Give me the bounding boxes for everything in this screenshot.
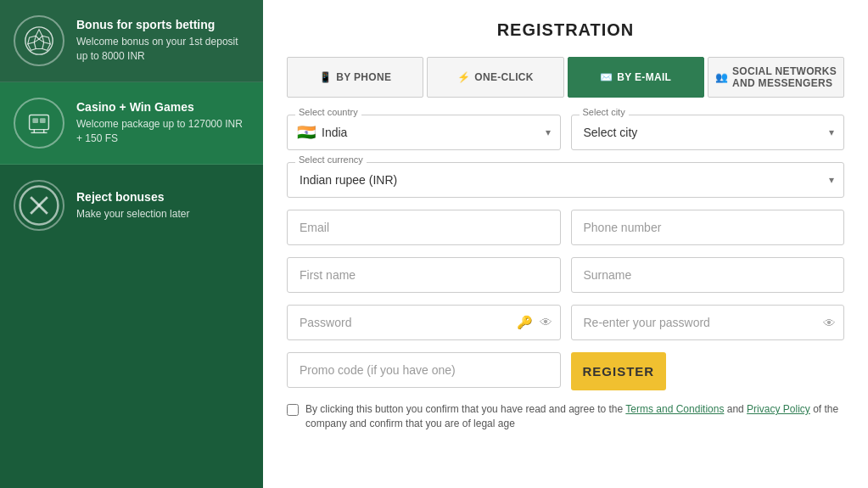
- email-input[interactable]: [287, 210, 561, 245]
- password-group: 🔑 👁: [287, 305, 561, 340]
- country-group: Select country 🇮🇳 India ▾: [287, 115, 561, 150]
- sidebar: Bonus for sports betting Welcome bonus o…: [0, 0, 263, 488]
- reject-card[interactable]: Reject bonuses Make your selection later: [0, 165, 263, 246]
- tab-email-label: BY E-MAIL: [617, 71, 671, 83]
- email-icon: ✉️: [600, 71, 613, 83]
- bonus-sports-card[interactable]: Bonus for sports betting Welcome bonus o…: [0, 0, 263, 82]
- reject-title: Reject bonuses: [76, 190, 189, 204]
- lightning-icon: ⚡: [457, 71, 470, 83]
- terms-row: By clicking this button you confirm that…: [287, 402, 844, 431]
- promo-group: [287, 352, 561, 390]
- bonus-sports-text: Bonus for sports betting Welcome bonus o…: [76, 18, 249, 64]
- registration-tabs: 📱 BY PHONE ⚡ ONE-CLICK ✉️ BY E-MAIL 👥 SO…: [287, 57, 844, 98]
- sports-icon: [14, 15, 64, 66]
- terms-link[interactable]: Terms and Conditions: [625, 403, 724, 415]
- casino-icon: [14, 98, 64, 149]
- repassword-input[interactable]: [571, 305, 845, 340]
- tab-by-phone[interactable]: 📱 BY PHONE: [287, 57, 423, 98]
- name-row: [287, 257, 844, 293]
- password-icons: 🔑 👁: [517, 315, 552, 330]
- email-phone-row: [287, 210, 844, 245]
- currency-group: Select currency Indian rupee (INR) ▾: [287, 162, 844, 198]
- register-button[interactable]: REGISTER: [571, 352, 667, 390]
- svg-rect-2: [32, 118, 38, 123]
- currency-label: Select currency: [295, 154, 367, 165]
- firstname-group: [287, 257, 561, 293]
- key-icon: 🔑: [517, 315, 533, 330]
- bonus-sports-desc: Welcome bonus on your 1st deposit up to …: [76, 35, 249, 64]
- terms-checkbox[interactable]: [287, 404, 299, 416]
- terms-mid: and: [727, 403, 747, 415]
- reject-text: Reject bonuses Make your selection later: [76, 190, 189, 222]
- bonus-sports-title: Bonus for sports betting: [76, 18, 249, 31]
- surname-input[interactable]: [571, 257, 845, 293]
- reject-desc: Make your selection later: [76, 207, 189, 222]
- surname-group: [571, 257, 845, 293]
- city-select-wrapper: Select city ▾: [571, 115, 845, 150]
- page-title: REGISTRATION: [287, 20, 844, 40]
- country-select-wrapper: 🇮🇳 India ▾: [287, 115, 561, 150]
- currency-select[interactable]: Indian rupee (INR): [287, 162, 844, 198]
- tab-social[interactable]: 👥 SOCIAL NETWORKS AND MESSENGERS: [708, 57, 844, 98]
- main-content: REGISTRATION 📱 BY PHONE ⚡ ONE-CLICK ✉️ B…: [263, 0, 868, 488]
- password-wrapper: 🔑 👁: [287, 305, 561, 340]
- firstname-input[interactable]: [287, 257, 561, 293]
- tab-oneclick-label: ONE-CLICK: [474, 71, 533, 83]
- reject-icon: [14, 180, 64, 231]
- promo-register-row: REGISTER: [287, 352, 844, 390]
- city-label: Select city: [580, 107, 629, 117]
- phone-group: [571, 210, 845, 245]
- city-group: Select city Select city ▾: [571, 115, 845, 150]
- phone-input[interactable]: [571, 210, 845, 245]
- currency-select-wrapper: Indian rupee (INR) ▾: [287, 162, 844, 198]
- svg-rect-3: [40, 118, 46, 123]
- tab-phone-label: BY PHONE: [336, 71, 391, 83]
- promo-input[interactable]: [287, 352, 561, 388]
- phone-icon: 📱: [319, 71, 332, 83]
- terms-before: By clicking this button you confirm that…: [305, 403, 625, 415]
- svg-rect-1: [30, 115, 49, 130]
- terms-text: By clicking this button you confirm that…: [305, 402, 844, 431]
- password-row: 🔑 👁 👁: [287, 305, 844, 340]
- bonus-casino-text: Casino + Win Games Welcome package up to…: [76, 100, 249, 146]
- svg-point-0: [25, 27, 53, 54]
- register-group: REGISTER: [571, 352, 845, 390]
- email-group: [287, 210, 561, 245]
- repassword-wrapper: 👁: [571, 305, 845, 340]
- bonus-casino-desc: Welcome package up to 127000 INR + 150 F…: [76, 117, 249, 146]
- repassword-group: 👁: [571, 305, 845, 340]
- eye-icon[interactable]: 👁: [540, 315, 552, 330]
- country-city-row: Select country 🇮🇳 India ▾ Select city Se…: [287, 115, 844, 150]
- country-select[interactable]: India: [287, 115, 561, 150]
- tab-social-label: SOCIAL NETWORKS AND MESSENGERS: [732, 65, 837, 89]
- repassword-icons: 👁: [823, 316, 836, 330]
- currency-row: Select currency Indian rupee (INR) ▾: [287, 162, 844, 198]
- country-label: Select country: [295, 107, 361, 117]
- privacy-link[interactable]: Privacy Policy: [747, 403, 810, 415]
- people-icon: 👥: [715, 71, 728, 83]
- tab-by-email[interactable]: ✉️ BY E-MAIL: [568, 57, 704, 98]
- bonus-casino-title: Casino + Win Games: [76, 100, 249, 114]
- city-select[interactable]: Select city: [571, 115, 845, 150]
- repassword-eye-icon[interactable]: 👁: [823, 316, 836, 330]
- tab-one-click[interactable]: ⚡ ONE-CLICK: [427, 57, 563, 98]
- bonus-casino-card[interactable]: Casino + Win Games Welcome package up to…: [0, 82, 263, 165]
